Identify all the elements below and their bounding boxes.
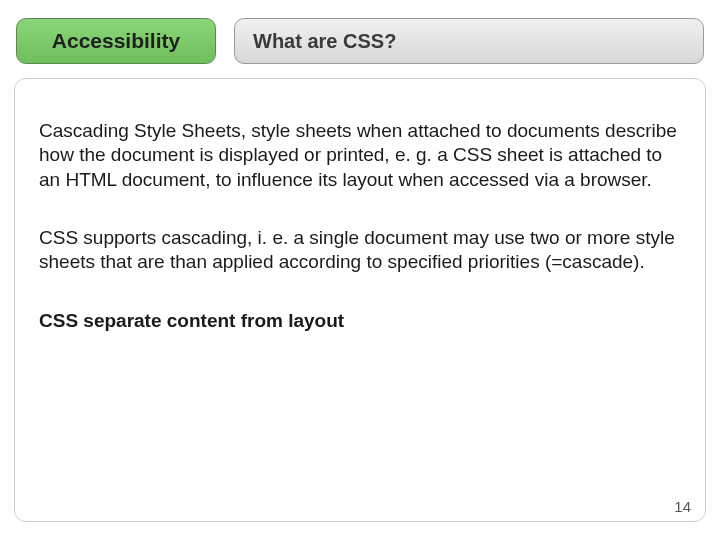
content-panel: Cascading Style Sheets, style sheets whe…: [14, 78, 706, 522]
title-tab: What are CSS?: [234, 18, 704, 64]
slide-title: What are CSS?: [253, 30, 396, 53]
slide-header: Accessibility What are CSS?: [0, 0, 720, 64]
page-number: 14: [674, 498, 691, 515]
paragraph-1: Cascading Style Sheets, style sheets whe…: [39, 119, 681, 192]
paragraph-2: CSS supports cascading, i. e. a single d…: [39, 226, 681, 275]
paragraph-3: CSS separate content from layout: [39, 309, 681, 333]
category-label: Accessibility: [52, 29, 180, 53]
category-tab: Accessibility: [16, 18, 216, 64]
